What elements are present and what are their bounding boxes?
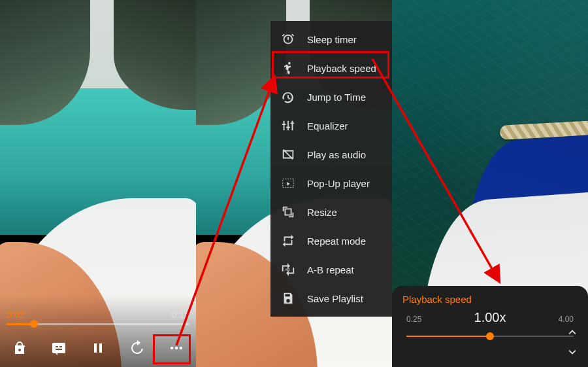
- subtitles-icon: [51, 340, 67, 356]
- sheet-title: Playback speed: [392, 286, 588, 310]
- speed-min: 0.25: [406, 315, 421, 324]
- menu-item-save-playlist[interactable]: Save Playlist: [270, 284, 392, 313]
- popup-icon: [281, 176, 295, 190]
- menu-item-play-as-audio[interactable]: Play as audio: [270, 140, 392, 169]
- menu-label: Play as audio: [307, 149, 366, 160]
- menu-item-resize[interactable]: Resize: [270, 198, 392, 226]
- player-controls: 0:02 0:15: [0, 295, 196, 367]
- lock-icon: [12, 340, 27, 356]
- speed-ticks: 0.25 1.00x 4.00: [392, 310, 588, 325]
- menu-item-jump-to-time[interactable]: Jump to Time: [270, 82, 392, 111]
- menu-label: Jump to Time: [307, 92, 366, 103]
- rotate-icon: [129, 340, 145, 356]
- menu-label: Pop-Up player: [307, 178, 370, 189]
- chevron-up-icon: [565, 324, 580, 339]
- ab-icon: AB: [281, 262, 295, 277]
- repeat-icon: [281, 234, 295, 248]
- menu-item-equalizer[interactable]: Equalizer: [270, 111, 392, 140]
- menu-label: Equalizer: [307, 120, 348, 131]
- seek-bar[interactable]: [7, 319, 189, 329]
- resize-icon: [281, 205, 295, 219]
- screenshot-panel-3: Playback speed 0.25 1.00x 4.00: [392, 0, 588, 367]
- menu-item-popup[interactable]: Pop-Up player: [270, 169, 392, 198]
- pause-icon: [90, 340, 106, 356]
- chevron-down-icon: [565, 345, 580, 360]
- slider-fill: [406, 336, 490, 337]
- menu-label: A-B repeat: [307, 264, 354, 275]
- speed-down-button[interactable]: [563, 343, 581, 362]
- controls-row: [0, 333, 196, 363]
- menu-label: Playback speed: [307, 63, 376, 74]
- lock-button[interactable]: [5, 333, 35, 363]
- menu-item-repeat[interactable]: Repeat mode: [270, 226, 392, 255]
- svg-point-1: [175, 347, 178, 349]
- pause-button[interactable]: [83, 333, 113, 363]
- more-button[interactable]: [161, 333, 191, 363]
- speed-value: 1.00x: [474, 310, 506, 325]
- speed-up-button[interactable]: [563, 323, 581, 341]
- alarm-icon: [281, 32, 295, 46]
- svg-point-0: [171, 347, 173, 349]
- svg-point-3: [288, 62, 291, 65]
- svg-point-2: [180, 347, 182, 349]
- options-menu: Sleep timer Playback speed Jump to Time …: [270, 21, 392, 317]
- menu-label: Save Playlist: [307, 293, 363, 304]
- menu-item-sleep-timer[interactable]: Sleep timer: [270, 25, 392, 54]
- menu-item-ab-repeat[interactable]: AB A-B repeat: [270, 255, 392, 284]
- menu-item-playback-speed[interactable]: Playback speed: [270, 54, 392, 82]
- menu-label: Resize: [307, 207, 337, 218]
- equalizer-icon: [281, 118, 295, 133]
- more-icon: [169, 340, 184, 356]
- playback-speed-sheet: Playback speed 0.25 1.00x 4.00: [392, 286, 588, 367]
- speed-slider[interactable]: [406, 332, 574, 341]
- audio-icon: [281, 147, 295, 162]
- subtitles-button[interactable]: [44, 333, 74, 363]
- svg-text:AB: AB: [285, 268, 290, 271]
- menu-label: Sleep timer: [307, 34, 357, 45]
- jump-icon: [281, 90, 295, 104]
- screenshot-panel-2: Sleep timer Playback speed Jump to Time …: [196, 0, 392, 367]
- rotate-button[interactable]: [122, 333, 152, 363]
- screenshot-panel-1: 0:02 0:15: [0, 0, 196, 367]
- menu-label: Repeat mode: [307, 236, 366, 247]
- run-icon: [281, 61, 295, 75]
- seek-thumb[interactable]: [30, 320, 38, 328]
- slider-thumb[interactable]: [486, 332, 494, 340]
- save-icon: [281, 291, 295, 306]
